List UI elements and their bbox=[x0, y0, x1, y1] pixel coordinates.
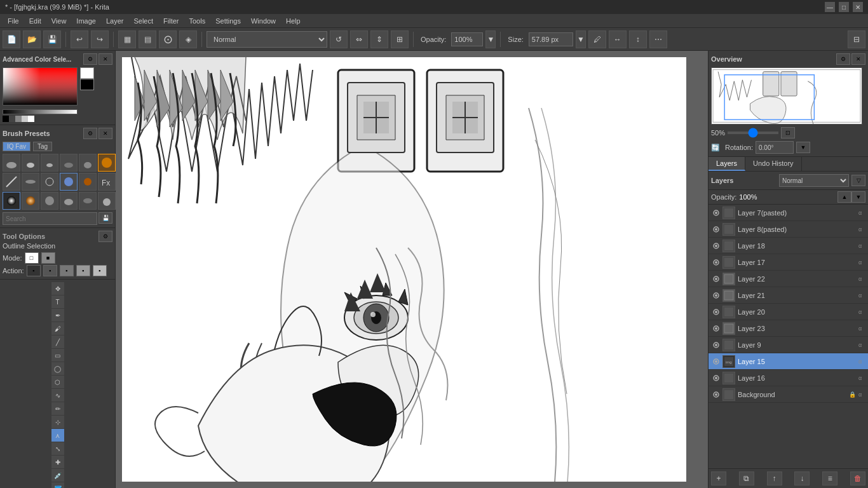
layer-alpha-icon-1[interactable]: α bbox=[858, 225, 865, 234]
layer-row-10[interactable]: Layer 16α bbox=[709, 370, 868, 386]
layer-visibility-6[interactable] bbox=[711, 307, 721, 317]
gray-strip[interactable] bbox=[3, 109, 78, 114]
layer-alpha-icon-5[interactable]: α bbox=[858, 291, 865, 300]
layer-visibility-10[interactable] bbox=[711, 373, 721, 383]
foreground-color-swatch[interactable] bbox=[80, 67, 94, 79]
layer-row-6[interactable]: Layer 20α bbox=[709, 304, 868, 320]
mirror-canvas-h-button[interactable]: ↔ bbox=[609, 30, 627, 48]
tab-layers[interactable]: Layers bbox=[709, 157, 745, 171]
mode-btn-2[interactable]: ■ bbox=[41, 252, 55, 264]
menu-item-tools[interactable]: Tools bbox=[184, 16, 211, 26]
layer-alpha-icon-0[interactable]: α bbox=[858, 208, 865, 217]
action-btn-5[interactable]: ▪ bbox=[93, 265, 107, 276]
brush-thumb-9[interactable] bbox=[41, 173, 58, 191]
paint-tool[interactable]: 🖌 bbox=[51, 322, 64, 335]
brush-thumb-14[interactable] bbox=[22, 192, 39, 210]
menu-item-image[interactable]: Image bbox=[71, 16, 101, 26]
brush-thumb-8[interactable] bbox=[22, 173, 39, 191]
layer-visibility-8[interactable] bbox=[711, 340, 721, 350]
layer-visibility-7[interactable] bbox=[711, 323, 721, 334]
workspace-button[interactable]: ⊟ bbox=[848, 30, 865, 48]
reset-brush-button[interactable]: ↺ bbox=[330, 30, 348, 48]
layer-row-11[interactable]: Background🔒α bbox=[709, 386, 868, 403]
menu-item-settings[interactable]: Settings bbox=[210, 16, 246, 26]
size-arrow-button[interactable]: ▼ bbox=[576, 30, 586, 48]
fg-bg-button[interactable]: ⊙ bbox=[159, 30, 177, 48]
layers-menu-button[interactable]: ≡ bbox=[822, 471, 837, 485]
menu-item-layer[interactable]: Layer bbox=[101, 16, 129, 26]
undo-button[interactable]: ↩ bbox=[71, 30, 88, 48]
brush-thumb-12[interactable]: Fx bbox=[98, 173, 116, 191]
layer-alpha-icon-4[interactable]: α bbox=[858, 274, 865, 283]
brush-settings-button[interactable]: ⚙ bbox=[83, 128, 97, 139]
redo-button[interactable]: ↪ bbox=[91, 30, 109, 48]
overview-close[interactable]: ✕ bbox=[851, 53, 865, 65]
zoom-slider[interactable] bbox=[728, 132, 778, 134]
layer-row-2[interactable]: Layer 18α bbox=[709, 238, 868, 254]
new-document-button[interactable]: 📄 bbox=[3, 30, 20, 48]
layer-visibility-2[interactable] bbox=[711, 241, 721, 251]
menu-item-help[interactable]: Help bbox=[281, 16, 306, 26]
layers-add-button[interactable]: + bbox=[711, 471, 726, 485]
layers-opacity-down[interactable]: ▼ bbox=[851, 191, 865, 203]
opacity-arrow-button[interactable]: ▼ bbox=[485, 30, 496, 48]
menu-item-edit[interactable]: Edit bbox=[24, 16, 46, 26]
transform-tool[interactable]: ✥ bbox=[51, 282, 64, 295]
brush-thumb-11[interactable] bbox=[79, 173, 97, 191]
brush-tag-iqfav[interactable]: IQ Fav bbox=[3, 142, 31, 151]
brush-thumb-3[interactable] bbox=[41, 154, 58, 172]
layer-alpha-icon-6[interactable]: α bbox=[858, 308, 865, 316]
rotation-input[interactable] bbox=[756, 141, 794, 154]
overview-thumbnail[interactable] bbox=[711, 67, 862, 125]
opacity-input[interactable] bbox=[451, 32, 483, 46]
brush-thumb-13[interactable] bbox=[3, 192, 20, 210]
mirror-canvas-v-button[interactable]: ↕ bbox=[629, 30, 647, 48]
layer-alpha-icon-10[interactable]: α bbox=[858, 374, 865, 383]
blend-mode-select[interactable]: Normal bbox=[207, 31, 327, 48]
brush-tag-tag[interactable]: Tag bbox=[33, 142, 52, 151]
overview-settings[interactable]: ⚙ bbox=[836, 53, 850, 65]
ellipse-tool[interactable]: ◯ bbox=[51, 362, 64, 375]
open-button[interactable]: 📂 bbox=[23, 30, 41, 48]
menu-item-select[interactable]: Select bbox=[128, 16, 158, 26]
layer-alpha-icon-3[interactable]: α bbox=[858, 258, 865, 267]
save-button[interactable]: 💾 bbox=[43, 30, 61, 48]
menu-item-view[interactable]: View bbox=[46, 16, 72, 26]
action-btn-4[interactable]: ▪ bbox=[76, 265, 90, 276]
action-btn-1[interactable]: ▪ bbox=[27, 265, 41, 276]
layers-filter-button[interactable]: ▽ bbox=[851, 175, 865, 186]
layer-alpha-icon-8[interactable]: α bbox=[858, 341, 865, 349]
layer-alpha-icon-11[interactable]: α bbox=[858, 390, 865, 399]
layer-row-0[interactable]: Layer 7(pasted)α bbox=[709, 205, 868, 221]
line-tool[interactable]: ╱ bbox=[51, 336, 64, 348]
color-panel-settings[interactable]: ⚙ bbox=[83, 53, 97, 65]
brush-thumb-5[interactable] bbox=[79, 154, 97, 172]
tool-options-settings[interactable]: ⚙ bbox=[98, 231, 112, 242]
color-light[interactable] bbox=[22, 116, 28, 122]
more-button[interactable]: ⋯ bbox=[649, 30, 667, 48]
brush-thumb-2[interactable] bbox=[22, 154, 39, 172]
brush-thumb-4[interactable] bbox=[60, 154, 78, 172]
layer-row-5[interactable]: Layer 21α bbox=[709, 287, 868, 304]
layers-move-down-button[interactable]: ↓ bbox=[794, 471, 810, 485]
gradient-button[interactable]: ▤ bbox=[139, 30, 156, 48]
action-btn-2[interactable]: ▪ bbox=[43, 265, 57, 276]
color-gradient-container[interactable] bbox=[3, 67, 78, 108]
layer-visibility-3[interactable] bbox=[711, 257, 721, 268]
polygon-tool[interactable]: ⬡ bbox=[51, 376, 64, 388]
color-panel-close[interactable]: ✕ bbox=[98, 53, 112, 65]
text-tool[interactable]: T bbox=[51, 295, 64, 308]
mode-btn-1[interactable]: □ bbox=[25, 252, 39, 264]
size-input[interactable] bbox=[529, 32, 573, 46]
layer-row-1[interactable]: Layer 8(pasted)α bbox=[709, 221, 868, 238]
layer-visibility-9[interactable] bbox=[711, 356, 721, 367]
canvas-area[interactable] bbox=[116, 51, 708, 488]
maximize-button[interactable]: □ bbox=[839, 2, 849, 12]
color-black[interactable] bbox=[3, 116, 9, 122]
layer-visibility-4[interactable] bbox=[711, 274, 721, 284]
brush-thumb-6[interactable] bbox=[98, 154, 116, 172]
background-color-swatch[interactable] bbox=[80, 79, 94, 90]
brush-thumb-17[interactable] bbox=[79, 192, 97, 210]
layer-alpha-icon-9[interactable]: α bbox=[858, 357, 865, 366]
close-button[interactable]: ✕ bbox=[853, 2, 863, 12]
